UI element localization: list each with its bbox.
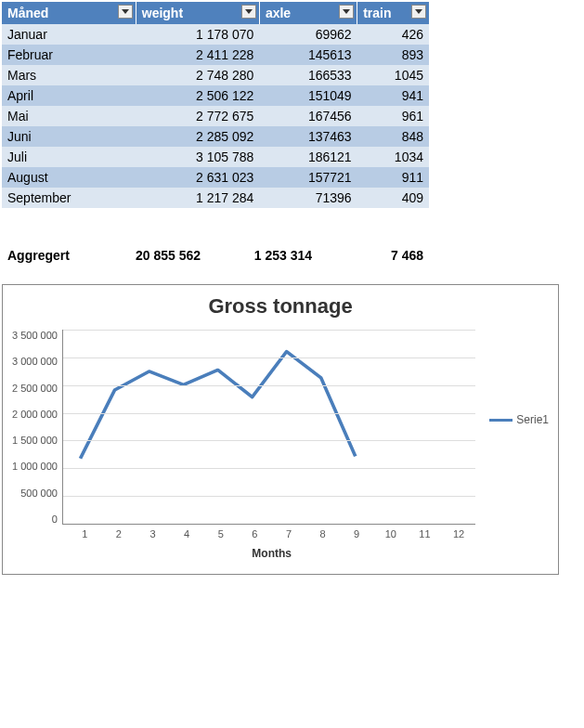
aggregate-train: 7 468 bbox=[318, 245, 429, 266]
col-header-label: weight bbox=[142, 6, 183, 20]
gridline bbox=[63, 358, 475, 358]
cell-train[interactable]: 1034 bbox=[357, 147, 429, 167]
table-row[interactable]: Februar2 411 228145613893 bbox=[2, 45, 429, 65]
col-header-train[interactable]: train bbox=[357, 2, 429, 24]
chart-container: Gross tonnage 3 500 0003 000 0002 500 00… bbox=[2, 284, 559, 575]
x-tick: 2 bbox=[102, 528, 136, 540]
x-axis-label: Months bbox=[12, 547, 475, 560]
cell-train[interactable]: 426 bbox=[357, 24, 429, 45]
cell-month[interactable]: Juli bbox=[2, 147, 136, 167]
cell-weight[interactable]: 3 105 788 bbox=[136, 147, 259, 167]
cell-weight[interactable]: 2 748 280 bbox=[136, 65, 259, 85]
cell-month[interactable]: Mars bbox=[2, 65, 136, 85]
cell-month[interactable]: September bbox=[2, 188, 136, 208]
legend-color-swatch bbox=[489, 419, 513, 422]
y-tick: 500 000 bbox=[20, 488, 58, 499]
col-header-month[interactable]: Måned bbox=[2, 2, 136, 24]
cell-axle[interactable]: 69962 bbox=[259, 24, 357, 45]
data-table: Måned weight axle train Januar1 178 0706… bbox=[2, 2, 429, 208]
x-tick: 9 bbox=[340, 528, 374, 540]
col-header-axle[interactable]: axle bbox=[259, 2, 357, 24]
cell-train[interactable]: 1045 bbox=[357, 65, 429, 85]
aggregate-axle: 1 253 314 bbox=[206, 245, 318, 266]
table-row[interactable]: Juni2 285 092137463848 bbox=[2, 126, 429, 147]
cell-weight[interactable]: 2 285 092 bbox=[136, 126, 259, 147]
filter-icon[interactable] bbox=[339, 5, 354, 19]
cell-train[interactable]: 848 bbox=[357, 126, 429, 147]
cell-month[interactable]: Mai bbox=[2, 106, 136, 126]
table-row[interactable]: Mars2 748 2801665331045 bbox=[2, 65, 429, 85]
table-row[interactable]: Juli3 105 7881861211034 bbox=[2, 147, 429, 167]
x-tick: 3 bbox=[136, 528, 170, 540]
y-axis: 3 500 0003 000 0002 500 0002 000 0001 50… bbox=[12, 330, 62, 525]
cell-weight[interactable]: 1 178 070 bbox=[136, 24, 259, 45]
cell-weight[interactable]: 2 631 023 bbox=[136, 167, 259, 188]
y-tick: 0 bbox=[52, 514, 58, 525]
col-header-label: axle bbox=[266, 6, 291, 20]
table-header-row: Måned weight axle train bbox=[2, 2, 429, 24]
table-row[interactable]: September1 217 28471396409 bbox=[2, 188, 429, 208]
x-tick: 5 bbox=[203, 528, 238, 540]
x-tick: 1 bbox=[68, 528, 102, 540]
plot-area bbox=[62, 330, 475, 525]
chart-legend: Serie1 bbox=[475, 413, 549, 426]
cell-train[interactable]: 893 bbox=[357, 45, 429, 65]
y-tick: 3 500 000 bbox=[12, 330, 58, 341]
gridline bbox=[63, 440, 475, 441]
gridline bbox=[63, 413, 475, 414]
cell-month[interactable]: August bbox=[2, 167, 136, 188]
cell-month[interactable]: Juni bbox=[2, 126, 136, 147]
aggregate-row: Aggregert 20 855 562 1 253 314 7 468 bbox=[2, 245, 429, 266]
cell-axle[interactable]: 137463 bbox=[259, 126, 357, 147]
x-axis: 123456789101112 bbox=[12, 528, 475, 540]
x-tick: 8 bbox=[305, 528, 340, 540]
cell-train[interactable]: 911 bbox=[357, 167, 429, 188]
gridline bbox=[63, 330, 475, 331]
col-header-label: Måned bbox=[7, 6, 48, 20]
cell-train[interactable]: 941 bbox=[357, 85, 429, 106]
y-tick: 2 000 000 bbox=[12, 409, 58, 420]
x-tick: 7 bbox=[272, 528, 306, 540]
cell-month[interactable]: Februar bbox=[2, 45, 136, 65]
chart-title: Gross tonnage bbox=[12, 294, 549, 318]
cell-train[interactable]: 961 bbox=[357, 106, 429, 126]
gridline bbox=[63, 496, 475, 497]
col-header-label: train bbox=[363, 6, 391, 20]
cell-axle[interactable]: 145613 bbox=[259, 45, 357, 65]
cell-month[interactable]: Januar bbox=[2, 24, 136, 45]
y-tick: 1 000 000 bbox=[12, 461, 58, 472]
cell-month[interactable]: April bbox=[2, 85, 136, 106]
x-tick: 4 bbox=[170, 528, 204, 540]
x-tick: 6 bbox=[238, 528, 272, 540]
cell-axle[interactable]: 186121 bbox=[259, 147, 357, 167]
y-tick: 1 500 000 bbox=[12, 435, 58, 446]
series-polyline bbox=[80, 352, 355, 459]
cell-axle[interactable]: 157721 bbox=[259, 167, 357, 188]
x-tick: 10 bbox=[373, 528, 408, 540]
table-row[interactable]: Mai2 772 675167456961 bbox=[2, 106, 429, 126]
aggregate-weight: 20 855 562 bbox=[95, 245, 206, 266]
table-row[interactable]: April2 506 122151049941 bbox=[2, 85, 429, 106]
cell-train[interactable]: 409 bbox=[357, 188, 429, 208]
filter-icon[interactable] bbox=[241, 5, 256, 19]
cell-weight[interactable]: 2 772 675 bbox=[136, 106, 259, 126]
cell-axle[interactable]: 151049 bbox=[259, 85, 357, 106]
table-row[interactable]: Januar1 178 07069962426 bbox=[2, 24, 429, 45]
cell-axle[interactable]: 167456 bbox=[259, 106, 357, 126]
x-tick: 12 bbox=[442, 528, 476, 540]
cell-weight[interactable]: 2 411 228 bbox=[136, 45, 259, 65]
col-header-weight[interactable]: weight bbox=[136, 2, 259, 24]
gridline bbox=[63, 468, 475, 469]
cell-axle[interactable]: 166533 bbox=[259, 65, 357, 85]
filter-icon[interactable] bbox=[411, 5, 426, 19]
y-tick: 2 500 000 bbox=[12, 383, 58, 394]
cell-weight[interactable]: 2 506 122 bbox=[136, 85, 259, 106]
cell-weight[interactable]: 1 217 284 bbox=[136, 188, 259, 208]
x-tick: 11 bbox=[408, 528, 442, 540]
filter-icon[interactable] bbox=[118, 5, 133, 19]
table-row[interactable]: August2 631 023157721911 bbox=[2, 167, 429, 188]
cell-axle[interactable]: 71396 bbox=[259, 188, 357, 208]
series-line bbox=[63, 330, 475, 524]
y-tick: 3 000 000 bbox=[12, 356, 58, 367]
gridline bbox=[63, 385, 475, 386]
